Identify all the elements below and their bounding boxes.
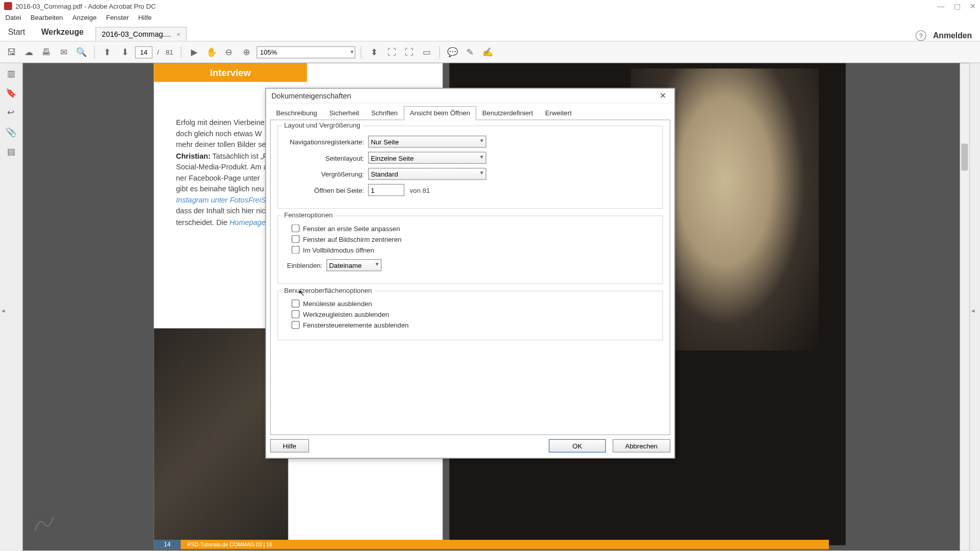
layers-icon[interactable]: ▤ bbox=[7, 146, 15, 157]
title-bar: 2016-03_Commag.pdf - Adobe Acrobat Pro D… bbox=[0, 0, 980, 12]
legend-ui: Benutzeroberflächenoptionen bbox=[282, 287, 374, 294]
dialog-title: Dokumenteigenschaften bbox=[272, 92, 351, 100]
tab-tools[interactable]: Werkzeuge bbox=[33, 23, 92, 41]
dialog-titlebar: Dokumenteigenschaften ✕ bbox=[266, 89, 674, 104]
chk-hide-window-controls[interactable] bbox=[291, 321, 300, 329]
select-navigation[interactable]: Nur Seite bbox=[368, 136, 486, 148]
close-button[interactable]: ✕ bbox=[970, 2, 976, 10]
page-total: 81 bbox=[166, 48, 174, 56]
label-navigation: Navigationsregisterkarte: bbox=[285, 138, 364, 145]
help-icon[interactable]: ? bbox=[916, 30, 926, 41]
label-show: Einblenden: bbox=[285, 262, 323, 269]
dialog-body: Layout und Vergrößerung Navigationsregis… bbox=[270, 119, 670, 435]
maximize-button[interactable]: ▢ bbox=[954, 2, 961, 10]
select-magnification[interactable]: Standard bbox=[368, 168, 486, 180]
tab-bar: Start Werkzeuge 2016-03_Commag.... × ? A… bbox=[0, 23, 980, 42]
fieldset-window-options: Fensteroptionen Fenster an erste Seite a… bbox=[278, 215, 663, 284]
label-magnification: Vergrößerung: bbox=[285, 170, 364, 178]
vertical-scrollbar[interactable] bbox=[960, 63, 969, 550]
menu-view[interactable]: Anzeige bbox=[72, 14, 97, 21]
right-panel: ◂ bbox=[969, 63, 980, 550]
thumbnails-icon[interactable]: ▥ bbox=[7, 68, 15, 79]
chk-hide-toolbars[interactable] bbox=[291, 310, 300, 318]
zoom-select[interactable] bbox=[257, 46, 355, 58]
link-icon[interactable]: ↩ bbox=[7, 108, 14, 118]
separator bbox=[361, 46, 361, 58]
save-icon[interactable]: 🖫 bbox=[4, 45, 19, 60]
login-link[interactable]: Anmelden bbox=[933, 31, 972, 40]
legend-layout: Layout und Vergrößerung bbox=[282, 121, 362, 129]
interview-heading: Interview bbox=[154, 63, 307, 82]
footer-page-number: 14 bbox=[154, 540, 181, 549]
expand-right-icon[interactable]: ◂ bbox=[971, 307, 975, 314]
chk-center-window[interactable] bbox=[291, 235, 300, 243]
watermark-logo bbox=[28, 505, 60, 537]
page-down-icon[interactable]: ⬇ bbox=[117, 45, 132, 60]
chk-hide-menubar[interactable] bbox=[291, 299, 300, 308]
menu-file[interactable]: Datei bbox=[6, 14, 21, 21]
menu-bar: Datei Bearbeiten Anzeige Fenster Hilfe bbox=[0, 12, 980, 23]
menu-window[interactable]: Fenster bbox=[106, 14, 129, 21]
page-number-input[interactable] bbox=[135, 46, 153, 58]
tab-start[interactable]: Start bbox=[0, 23, 33, 41]
document-tab-close[interactable]: × bbox=[177, 31, 181, 38]
separator bbox=[181, 46, 181, 58]
toolbar: 🖫 ☁ 🖶 ✉ 🔍 ⬆ ⬇ / 81 ▶ ✋ ⊖ ⊕ ⬍ ⛶ ⛶ ▭ 💬 ✎ ✍ bbox=[0, 42, 980, 63]
document-tab-label: 2016-03_Commag.... bbox=[102, 30, 171, 38]
fit-page-icon[interactable]: ⛶ bbox=[384, 45, 399, 60]
highlight-icon[interactable]: ✎ bbox=[463, 45, 478, 60]
tab-advanced[interactable]: Erweitert bbox=[539, 106, 578, 120]
page-up-icon[interactable]: ⬆ bbox=[100, 45, 115, 60]
scrollbar-thumb[interactable] bbox=[961, 144, 968, 171]
page-separator: / bbox=[157, 48, 159, 56]
app-icon bbox=[4, 2, 12, 10]
dialog-tabs: Beschreibung Sicherheit Schriften Ansich… bbox=[266, 104, 674, 120]
fieldset-layout: Layout und Vergrößerung Navigationsregis… bbox=[278, 126, 663, 209]
dialog-buttons: Hilfe OK Abbrechen bbox=[270, 439, 670, 453]
select-page-layout[interactable]: Einzelne Seite bbox=[368, 152, 486, 164]
attachment-icon[interactable]: 📎 bbox=[6, 127, 16, 137]
search-icon[interactable]: 🔍 bbox=[74, 45, 89, 60]
tab-description[interactable]: Beschreibung bbox=[270, 106, 323, 120]
menu-help[interactable]: Hilfe bbox=[138, 14, 152, 21]
tab-initial-view[interactable]: Ansicht beim Öffnen bbox=[404, 106, 476, 120]
read-mode-icon[interactable]: ▭ bbox=[419, 45, 434, 60]
mail-icon[interactable]: ✉ bbox=[57, 45, 71, 60]
cancel-button[interactable]: Abbrechen bbox=[612, 439, 671, 453]
tab-security[interactable]: Sicherheit bbox=[323, 106, 365, 120]
page-footer: 14 PSD-Tutorials.de COMMAG 03 | 16 bbox=[154, 540, 829, 549]
chk-fullscreen[interactable] bbox=[291, 246, 300, 254]
menu-edit[interactable]: Bearbeiten bbox=[31, 14, 63, 21]
help-button[interactable]: Hilfe bbox=[270, 439, 309, 453]
expand-left-icon[interactable]: ◂ bbox=[2, 307, 5, 314]
separator bbox=[94, 46, 94, 58]
dialog-close-button[interactable]: ✕ bbox=[657, 91, 669, 100]
fullscreen-icon[interactable]: ⛶ bbox=[402, 45, 416, 60]
hand-tool-icon[interactable]: ✋ bbox=[204, 45, 219, 60]
fieldset-ui-options: Benutzeroberflächenoptionen Menüleiste a… bbox=[278, 291, 663, 340]
print-icon[interactable]: 🖶 bbox=[39, 45, 54, 60]
footer-text: PSD-Tutorials.de COMMAG 03 | 16 bbox=[187, 541, 272, 547]
zoom-in-icon[interactable]: ⊕ bbox=[239, 45, 254, 60]
minimize-button[interactable]: — bbox=[937, 2, 944, 10]
cloud-icon[interactable]: ☁ bbox=[21, 45, 36, 60]
label-open-page: Öffnen bei Seite: bbox=[285, 186, 364, 193]
document-tab[interactable]: 2016-03_Commag.... × bbox=[96, 27, 187, 41]
input-open-page[interactable] bbox=[368, 184, 404, 196]
ok-button[interactable]: OK bbox=[549, 439, 605, 453]
tab-fonts[interactable]: Schriften bbox=[365, 106, 404, 120]
select-show[interactable]: Dateiname bbox=[327, 259, 382, 271]
chk-resize-window[interactable] bbox=[291, 224, 300, 233]
comment-icon[interactable]: 💬 bbox=[445, 45, 460, 60]
tab-custom[interactable]: Benutzerdefiniert bbox=[476, 106, 539, 120]
window-title: 2016-03_Commag.pdf - Adobe Acrobat Pro D… bbox=[15, 3, 156, 10]
bookmark-icon[interactable]: 🔖 bbox=[6, 88, 16, 98]
label-page-layout: Seitenlayout: bbox=[285, 154, 364, 161]
zoom-out-icon[interactable]: ⊖ bbox=[222, 45, 236, 60]
label-total-pages: von 81 bbox=[410, 186, 430, 193]
select-tool-icon[interactable]: ▶ bbox=[187, 45, 202, 60]
legend-window: Fensteroptionen bbox=[282, 212, 335, 219]
sign-icon[interactable]: ✍ bbox=[480, 45, 495, 60]
fit-width-icon[interactable]: ⬍ bbox=[366, 45, 381, 60]
document-properties-dialog: Dokumenteigenschaften ✕ Beschreibung Sic… bbox=[265, 88, 675, 458]
